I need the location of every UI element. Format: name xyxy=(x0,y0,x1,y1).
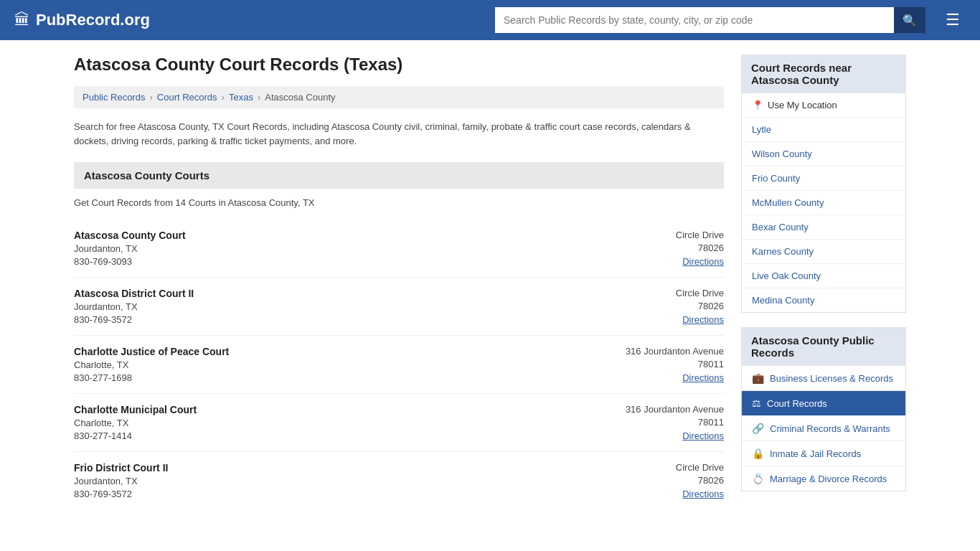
search-button[interactable]: 🔍 xyxy=(894,7,925,33)
court-address: Circle Drive xyxy=(676,462,724,473)
court-phone: 830-769-3572 xyxy=(74,314,194,325)
court-right: Circle Drive 78026 Directions xyxy=(676,462,724,499)
directions-link[interactable]: Directions xyxy=(682,256,724,267)
nearby-item[interactable]: Lytle xyxy=(742,118,905,142)
page-description: Search for free Atascosa County, TX Cour… xyxy=(74,120,724,148)
location-icon: 📍 xyxy=(752,100,763,110)
court-name: Charlotte Municipal Court xyxy=(74,404,197,415)
record-icon: ⚖ xyxy=(752,397,761,409)
search-icon: 🔍 xyxy=(903,14,917,27)
directions-link[interactable]: Directions xyxy=(682,430,724,441)
logo[interactable]: 🏛 PubRecord.org xyxy=(14,11,150,29)
breadcrumb-texas[interactable]: Texas xyxy=(229,92,253,103)
record-icon: 🔗 xyxy=(752,423,764,434)
court-left: Frio District Court II Jourdanton, TX 83… xyxy=(74,462,168,499)
court-item: Frio District Court II Jourdanton, TX 83… xyxy=(74,452,724,509)
courts-section-header: Atascosa County Courts xyxy=(74,162,724,189)
public-record-item[interactable]: 💍Marriage & Divorce Records xyxy=(742,466,905,491)
nearby-item[interactable]: Karnes County xyxy=(742,240,905,264)
use-location-item[interactable]: 📍 Use My Location xyxy=(742,93,905,118)
court-item: Atascosa County Court Jourdanton, TX 830… xyxy=(74,220,724,278)
court-phone: 830-769-3572 xyxy=(74,489,168,499)
court-address: 316 Jourdanton Avenue xyxy=(626,346,724,357)
nearby-item[interactable]: Medina County xyxy=(742,288,905,312)
nearby-item[interactable]: McMullen County xyxy=(742,191,905,215)
public-records-list: 💼Business Licenses & Records⚖Court Recor… xyxy=(741,366,906,491)
court-left: Atascosa District Court II Jourdanton, T… xyxy=(74,288,194,325)
court-city: Jourdanton, TX xyxy=(74,301,194,312)
record-label: Criminal Records & Warrants xyxy=(770,423,890,434)
record-icon: 💼 xyxy=(752,372,764,384)
court-zip: 78026 xyxy=(676,242,724,253)
court-name: Frio District Court II xyxy=(74,462,168,474)
court-name: Atascosa District Court II xyxy=(74,288,194,299)
record-icon: 💍 xyxy=(752,473,764,484)
court-right: 316 Jourdanton Avenue 78011 Directions xyxy=(626,346,724,383)
court-city: Jourdanton, TX xyxy=(74,243,186,254)
court-right: Circle Drive 78026 Directions xyxy=(676,288,724,325)
record-icon: 🔒 xyxy=(752,448,764,459)
breadcrumb-current: Atascosa County xyxy=(265,92,335,103)
court-item: Atascosa District Court II Jourdanton, T… xyxy=(74,278,724,336)
logo-text: PubRecord.org xyxy=(36,11,150,29)
court-phone: 830-277-1414 xyxy=(74,430,197,441)
public-records-title: Atascosa County Public Records xyxy=(741,327,906,366)
court-zip: 78026 xyxy=(676,301,724,311)
nearby-item[interactable]: Live Oak County xyxy=(742,264,905,288)
breadcrumb-court-records[interactable]: Court Records xyxy=(157,92,217,103)
nearby-title: Court Records near Atascosa County xyxy=(741,55,906,93)
use-location-label: Use My Location xyxy=(768,100,837,110)
court-left: Atascosa County Court Jourdanton, TX 830… xyxy=(74,230,186,267)
record-label: Marriage & Divorce Records xyxy=(770,474,887,484)
court-name: Charlotte Justice of Peace Court xyxy=(74,346,229,357)
content-area: Atascosa County Court Records (Texas) Pu… xyxy=(74,55,724,509)
site-header: 🏛 PubRecord.org 🔍 ☰ xyxy=(0,0,980,40)
court-zip: 78011 xyxy=(626,417,724,428)
search-input[interactable] xyxy=(495,7,894,33)
hamburger-icon: ☰ xyxy=(946,11,960,29)
court-city: Charlotte, TX xyxy=(74,418,197,428)
court-left: Charlotte Municipal Court Charlotte, TX … xyxy=(74,404,197,441)
court-left: Charlotte Justice of Peace Court Charlot… xyxy=(74,346,229,383)
court-item: Charlotte Municipal Court Charlotte, TX … xyxy=(74,394,724,452)
public-record-item[interactable]: ⚖Court Records xyxy=(742,391,905,416)
nearby-list: 📍 Use My Location LytleWilson CountyFrio… xyxy=(741,93,906,313)
main-container: Atascosa County Court Records (Texas) Pu… xyxy=(60,40,920,524)
courts-list: Atascosa County Court Jourdanton, TX 830… xyxy=(74,220,724,509)
public-record-item[interactable]: 💼Business Licenses & Records xyxy=(742,366,905,391)
record-label: Court Records xyxy=(767,398,827,409)
sidebar: Court Records near Atascosa County 📍 Use… xyxy=(741,55,906,509)
court-city: Jourdanton, TX xyxy=(74,476,168,486)
logo-icon: 🏛 xyxy=(14,11,30,29)
court-zip: 78026 xyxy=(676,475,724,486)
court-phone: 830-277-1698 xyxy=(74,372,229,383)
record-label: Business Licenses & Records xyxy=(770,373,893,384)
menu-button[interactable]: ☰ xyxy=(940,8,966,32)
breadcrumb-sep-1: › xyxy=(149,92,152,103)
public-record-item[interactable]: 🔗Criminal Records & Warrants xyxy=(742,416,905,441)
breadcrumb-sep-3: › xyxy=(258,92,260,103)
court-right: 316 Jourdanton Avenue 78011 Directions xyxy=(626,404,724,441)
directions-link[interactable]: Directions xyxy=(682,489,724,499)
nearby-item[interactable]: Bexar County xyxy=(742,215,905,240)
record-label: Inmate & Jail Records xyxy=(770,448,861,459)
breadcrumb: Public Records › Court Records › Texas ›… xyxy=(74,86,724,108)
directions-link[interactable]: Directions xyxy=(682,372,724,383)
court-item: Charlotte Justice of Peace Court Charlot… xyxy=(74,336,724,394)
nearby-item[interactable]: Wilson County xyxy=(742,142,905,166)
directions-link[interactable]: Directions xyxy=(682,314,724,325)
breadcrumb-public-records[interactable]: Public Records xyxy=(83,92,145,103)
nearby-item[interactable]: Frio County xyxy=(742,166,905,191)
search-bar: 🔍 xyxy=(495,7,925,33)
court-city: Charlotte, TX xyxy=(74,359,229,370)
public-record-item[interactable]: 🔒Inmate & Jail Records xyxy=(742,441,905,466)
court-address: 316 Jourdanton Avenue xyxy=(626,404,724,415)
court-phone: 830-769-3093 xyxy=(74,256,186,267)
court-name: Atascosa County Court xyxy=(74,230,186,241)
court-zip: 78011 xyxy=(626,359,724,369)
courts-subtitle: Get Court Records from 14 Courts in Atas… xyxy=(74,197,724,208)
breadcrumb-sep-2: › xyxy=(222,92,225,103)
court-right: Circle Drive 78026 Directions xyxy=(676,230,724,267)
page-title: Atascosa County Court Records (Texas) xyxy=(74,55,724,75)
court-address: Circle Drive xyxy=(676,230,724,240)
